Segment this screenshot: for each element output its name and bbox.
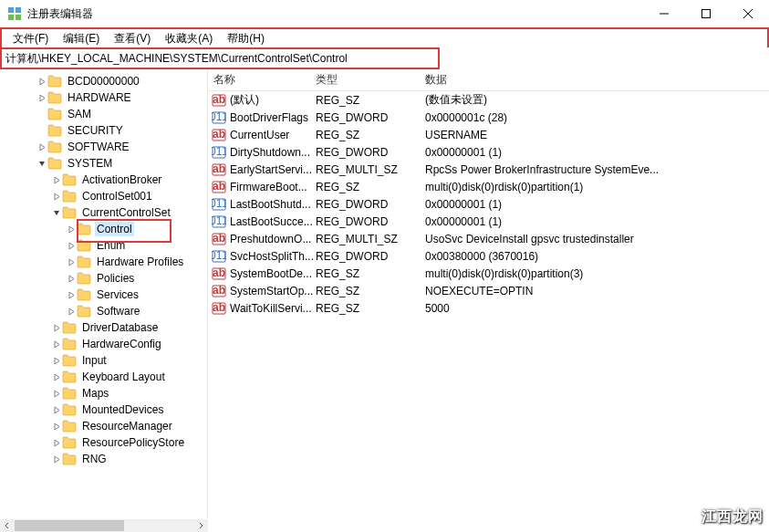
chevron-icon[interactable] [66, 258, 77, 266]
tree-item-enum[interactable]: Enum [0, 237, 207, 254]
tree-item-input[interactable]: Input [0, 352, 207, 369]
chevron-icon[interactable] [66, 275, 77, 283]
chevron-icon[interactable] [51, 209, 62, 217]
tree-item-services[interactable]: Services [0, 287, 207, 303]
address-text: 计算机\HKEY_LOCAL_MACHINE\SYSTEM\CurrentCon… [5, 51, 348, 67]
value-row[interactable]: 011LastBootShutd...REG_DWORD0x00000001 (… [208, 195, 769, 213]
value-row[interactable]: ab(默认)REG_SZ(数值未设置) [208, 91, 769, 109]
value-type: REG_DWORD [316, 215, 425, 228]
folder-icon [62, 436, 77, 449]
tree-scrollbar[interactable] [0, 519, 208, 532]
chevron-icon[interactable] [51, 373, 62, 381]
svg-text:011: 011 [212, 214, 226, 227]
chevron-icon[interactable] [51, 406, 62, 414]
tree-item-label: Software [95, 304, 141, 318]
tree-item-driverdatabase[interactable]: DriverDatabase [0, 319, 207, 336]
tree-item-currentcontrolset[interactable]: CurrentControlSet [0, 204, 207, 221]
tree-item-hardware[interactable]: HARDWARE [0, 89, 207, 106]
value-row[interactable]: 011DirtyShutdown...REG_DWORD0x00000001 (… [208, 143, 769, 161]
chevron-icon[interactable] [51, 340, 62, 349]
tree-item-keyboard-layout[interactable]: Keyboard Layout [0, 369, 207, 385]
chevron-icon[interactable] [51, 390, 62, 398]
value-row[interactable]: abSystemStartOp...REG_SZ NOEXECUTE=OPTIN [208, 282, 769, 299]
tree-item-label: Enum [95, 238, 127, 253]
menu-favorites[interactable]: 收藏夹(A) [158, 29, 220, 48]
tree-item-hardware-profiles[interactable]: Hardware Profiles [0, 254, 207, 270]
chevron-icon[interactable] [66, 225, 77, 234]
chevron-icon[interactable] [36, 78, 47, 86]
value-row[interactable]: abCurrentUserREG_SZUSERNAME [208, 126, 769, 143]
tree-item-rng[interactable]: RNG [0, 451, 207, 467]
value-type: REG_MULTI_SZ [316, 233, 425, 245]
value-type: REG_SZ [316, 94, 425, 107]
scroll-right-button[interactable] [193, 519, 208, 532]
tree-item-system[interactable]: SYSTEM [0, 155, 207, 172]
tree-item-sam[interactable]: SAM [0, 106, 207, 122]
value-type: REG_SZ [316, 181, 425, 193]
folder-icon [62, 370, 77, 383]
tree-item-controlset001[interactable]: ControlSet001 [0, 188, 207, 204]
tree-item-label: ControlSet001 [80, 189, 154, 203]
scroll-track[interactable] [15, 519, 193, 532]
tree-item-policies[interactable]: Policies [0, 270, 207, 287]
chevron-icon[interactable] [51, 357, 62, 365]
close-button[interactable] [727, 0, 769, 27]
chevron-icon[interactable] [51, 455, 62, 464]
tree-pane[interactable]: BCD00000000HARDWARESAMSECURITYSOFTWARESY… [0, 69, 208, 519]
value-row[interactable]: 011BootDriverFlagsREG_DWORD0x0000001c (2… [208, 109, 769, 126]
tree-item-hardwareconfig[interactable]: HardwareConfig [0, 336, 207, 352]
chevron-icon[interactable] [36, 160, 47, 168]
value-name: WaitToKillServi... [230, 302, 312, 315]
string-value-icon: ab [212, 180, 226, 194]
tree-item-resourcemanager[interactable]: ResourceManager [0, 418, 207, 434]
tree-item-software[interactable]: SOFTWARE [0, 139, 207, 155]
binary-value-icon: 011 [212, 145, 226, 160]
tree-item-control[interactable]: Control [0, 221, 207, 237]
menu-view[interactable]: 查看(V) [107, 29, 158, 48]
folder-icon [47, 124, 62, 137]
value-row[interactable]: abSystemBootDe...REG_SZmulti(0)disk(0)rd… [208, 265, 769, 282]
tree-item-software[interactable]: Software [0, 303, 207, 319]
value-row[interactable]: abWaitToKillServi...REG_SZ5000 [208, 299, 769, 317]
tree-item-bcd00000000[interactable]: BCD00000000 [0, 73, 207, 89]
value-row[interactable]: abPreshutdownO...REG_MULTI_SZUsoSvc Devi… [208, 230, 769, 247]
value-row[interactable]: 011SvcHostSplitTh...REG_DWORD0x00380000 … [208, 247, 769, 265]
svg-rect-0 [8, 7, 14, 13]
scroll-left-button[interactable] [0, 519, 15, 532]
chevron-icon[interactable] [51, 439, 62, 447]
tree-item-resourcepolicystore[interactable]: ResourcePolicyStore [0, 434, 207, 451]
maximize-button[interactable] [685, 0, 727, 27]
chevron-icon[interactable] [66, 242, 77, 250]
chevron-icon[interactable] [51, 422, 62, 431]
folder-icon [62, 206, 77, 219]
menu-help[interactable]: 帮助(H) [220, 29, 272, 48]
chevron-icon[interactable] [36, 143, 47, 151]
chevron-icon[interactable] [66, 308, 77, 316]
minimize-button[interactable] [643, 0, 685, 27]
menu-edit[interactable]: 编辑(E) [56, 29, 107, 48]
chevron-icon[interactable] [66, 291, 77, 299]
svg-text:ab: ab [213, 266, 225, 279]
tree-item-maps[interactable]: Maps [0, 385, 207, 402]
column-data[interactable]: 数据 [425, 72, 769, 88]
tree-item-activationbroker[interactable]: ActivationBroker [0, 172, 207, 188]
chevron-icon[interactable] [51, 193, 62, 201]
value-row[interactable]: 011LastBootSucce...REG_DWORD0x00000001 (… [208, 213, 769, 230]
chevron-icon[interactable] [51, 176, 62, 184]
scroll-thumb[interactable] [15, 520, 124, 531]
address-bar[interactable]: 计算机\HKEY_LOCAL_MACHINE\SYSTEM\CurrentCon… [0, 47, 440, 69]
values-pane[interactable]: 名称 类型 数据 ab(默认)REG_SZ(数值未设置)011BootDrive… [208, 69, 769, 519]
menu-file[interactable]: 文件(F) [5, 29, 56, 48]
string-value-icon: ab [212, 266, 226, 281]
tree-item-mounteddevices[interactable]: MountedDevices [0, 402, 207, 418]
svg-rect-5 [702, 10, 711, 18]
column-name[interactable]: 名称 [208, 72, 316, 88]
svg-text:011: 011 [212, 145, 226, 158]
tree-item-security[interactable]: SECURITY [0, 122, 207, 139]
value-row[interactable]: abFirmwareBoot...REG_SZmulti(0)disk(0)rd… [208, 178, 769, 195]
value-row[interactable]: abEarlyStartServi...REG_MULTI_SZRpcSs Po… [208, 161, 769, 178]
chevron-icon[interactable] [36, 94, 47, 102]
titlebar: 注册表编辑器 [0, 0, 769, 27]
column-type[interactable]: 类型 [316, 72, 425, 88]
chevron-icon[interactable] [51, 324, 62, 332]
